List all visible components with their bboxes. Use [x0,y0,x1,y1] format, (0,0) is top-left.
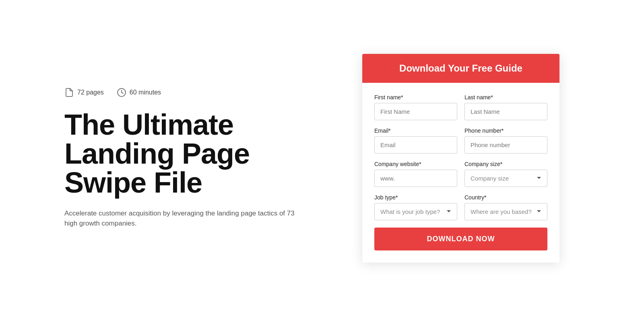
pages-meta: 72 pages [64,88,104,97]
company-website-group: Company website* [374,161,457,187]
file-icon [64,88,74,97]
country-select[interactable]: Where are you based? United States Unite… [464,203,547,220]
last-name-input[interactable] [464,103,547,120]
form-row-name: First name* Last name* [374,94,547,120]
phone-label: Phone number* [464,127,547,134]
country-label: Country* [464,194,547,201]
page-wrapper: 72 pages 60 minutes The Ultimate Landing… [0,0,644,316]
country-group: Country* Where are you based? United Sta… [464,194,547,220]
job-type-select[interactable]: What is your job type? Marketing Sales E… [374,203,457,220]
company-size-select[interactable]: Company size 1-10 11-50 51-200 201-500 5… [464,170,547,187]
first-name-label: First name* [374,94,457,101]
email-input[interactable] [374,136,457,154]
time-text: 60 minutes [130,89,161,96]
form-title: Download Your Free Guide [374,63,547,74]
page-subtitle: Accelerate customer acquisition by lever… [64,208,306,229]
page-title: The Ultimate Landing Page Swipe File [64,110,338,197]
form-row-company: Company website* Company size* Company s… [374,161,547,187]
phone-group: Phone number* [464,127,547,154]
first-name-group: First name* [374,94,457,120]
company-website-input[interactable] [374,170,457,187]
time-meta: 60 minutes [117,88,161,97]
form-row-contact: Email* Phone number* [374,127,547,154]
form-body: First name* Last name* Email* P [362,83,559,263]
email-group: Email* [374,127,457,154]
form-header: Download Your Free Guide [362,54,559,83]
download-button[interactable]: DOWNLOAD NOW [374,228,547,250]
company-size-group: Company size* Company size 1-10 11-50 51… [464,161,547,187]
last-name-label: Last name* [464,94,547,101]
job-type-label: Job type* [374,194,457,201]
clock-icon [117,88,126,97]
form-row-job-country: Job type* What is your job type? Marketi… [374,194,547,220]
pages-text: 72 pages [77,89,104,96]
first-name-input[interactable] [374,103,457,120]
company-website-label: Company website* [374,161,457,167]
meta-info: 72 pages 60 minutes [64,88,338,97]
email-label: Email* [374,127,457,134]
phone-input[interactable] [464,136,547,154]
left-panel: 72 pages 60 minutes The Ultimate Landing… [64,88,338,229]
main-container: 72 pages 60 minutes The Ultimate Landing… [40,38,604,279]
company-size-label: Company size* [464,161,547,167]
job-type-group: Job type* What is your job type? Marketi… [374,194,457,220]
form-panel: Download Your Free Guide First name* Las… [362,54,559,263]
last-name-group: Last name* [464,94,547,120]
